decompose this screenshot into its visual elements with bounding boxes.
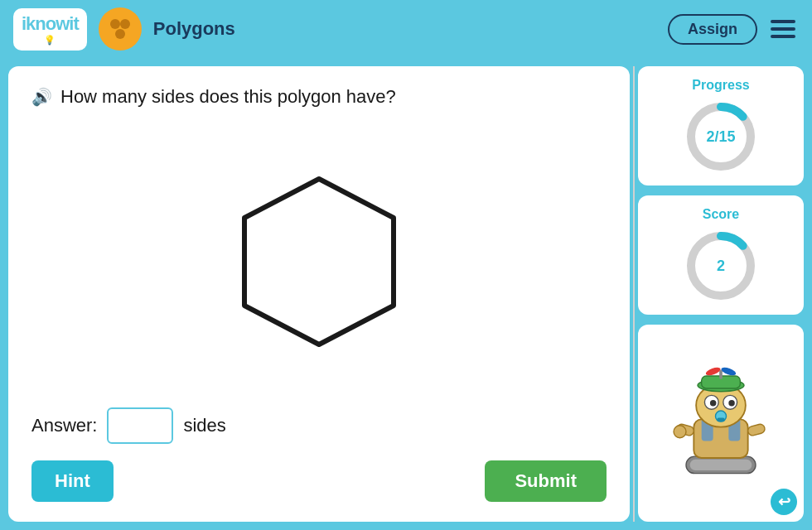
sidebar: Progress 2/15 Score 2 bbox=[638, 66, 804, 522]
svg-point-16 bbox=[710, 400, 716, 406]
progress-donut: 2/15 bbox=[684, 99, 758, 174]
sides-label: sides bbox=[183, 415, 225, 436]
svg-point-2 bbox=[115, 29, 125, 39]
menu-line-1 bbox=[771, 20, 795, 23]
score-title: Score bbox=[703, 207, 739, 222]
svg-point-24 bbox=[720, 366, 737, 377]
svg-rect-9 bbox=[690, 460, 752, 470]
svg-point-1 bbox=[120, 19, 130, 29]
svg-rect-19 bbox=[717, 417, 724, 422]
progress-card: Progress 2/15 bbox=[638, 66, 804, 186]
answer-label: Answer: bbox=[31, 415, 97, 436]
bottom-row: Hint Submit bbox=[31, 460, 607, 502]
progress-title: Progress bbox=[692, 78, 749, 93]
main-area: 🔊 How many sides does this polygon have?… bbox=[0, 58, 812, 530]
assign-button[interactable]: Assign bbox=[668, 14, 757, 45]
logo-bulb-icon: 💡 bbox=[22, 35, 79, 46]
hexagon-shape bbox=[220, 171, 418, 353]
menu-line-3 bbox=[771, 35, 795, 38]
mascot-area: ↩ bbox=[638, 325, 804, 522]
lesson-icon bbox=[99, 7, 142, 51]
menu-button[interactable] bbox=[767, 17, 799, 41]
svg-point-23 bbox=[705, 366, 722, 377]
question-text: 🔊 How many sides does this polygon have? bbox=[31, 86, 607, 108]
svg-rect-22 bbox=[719, 370, 723, 379]
svg-point-17 bbox=[728, 400, 734, 406]
svg-rect-27 bbox=[747, 423, 766, 436]
hint-button[interactable]: Hint bbox=[31, 460, 114, 502]
shape-area bbox=[31, 124, 607, 399]
logo: iknowit 💡 bbox=[13, 8, 87, 51]
question-label: How many sides does this polygon have? bbox=[60, 86, 396, 108]
progress-value: 2/15 bbox=[706, 128, 735, 146]
submit-button[interactable]: Submit bbox=[485, 460, 607, 502]
header-right: Assign bbox=[668, 14, 799, 45]
mascot-image bbox=[667, 365, 775, 481]
sound-icon[interactable]: 🔊 bbox=[31, 87, 52, 107]
score-card: Score 2 bbox=[638, 195, 804, 315]
score-value: 2 bbox=[717, 258, 725, 275]
svg-point-0 bbox=[110, 19, 120, 29]
score-donut: 2 bbox=[684, 229, 758, 303]
logo-text: iknowit bbox=[22, 13, 79, 34]
back-button[interactable]: ↩ bbox=[771, 489, 797, 515]
header: iknowit 💡 Polygons Assign bbox=[0, 0, 812, 58]
svg-point-26 bbox=[674, 426, 686, 438]
svg-marker-3 bbox=[244, 179, 394, 344]
menu-line-2 bbox=[771, 27, 795, 31]
answer-row: Answer: sides bbox=[31, 407, 607, 444]
question-panel: 🔊 How many sides does this polygon have?… bbox=[8, 66, 630, 522]
answer-input[interactable] bbox=[107, 407, 173, 444]
lesson-title: Polygons bbox=[153, 18, 235, 40]
